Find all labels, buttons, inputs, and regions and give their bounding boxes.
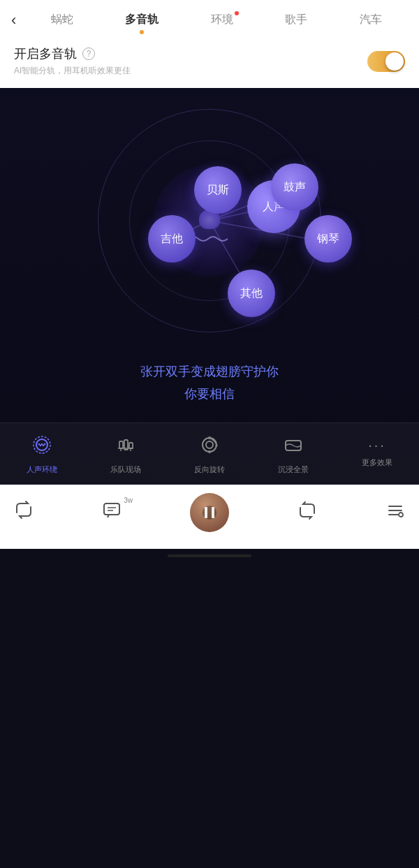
immersive-icon — [283, 434, 304, 460]
more-effects-label: 更多效果 — [362, 457, 392, 468]
svg-point-17 — [208, 450, 211, 453]
svg-rect-24 — [212, 507, 214, 518]
top-navigation: ‹ 蜗蛇 多音轨 环境 歌手 汽车 — [0, 0, 419, 36]
svg-rect-10 — [129, 443, 133, 448]
home-indicator — [168, 554, 251, 557]
effects-bar: 人声环绕 乐队现场 — [0, 422, 419, 485]
multitrack-toggle[interactable] — [367, 51, 405, 72]
nav-tab-list: 蜗蛇 多音轨 环境 歌手 汽车 — [24, 10, 408, 30]
reverse-rotate-label: 反向旋转 — [194, 464, 225, 475]
lyrics-display: 张开双手变成翅膀守护你 你要相信 — [28, 360, 391, 406]
tab-duoyingui[interactable]: 多音轨 — [119, 10, 164, 30]
vocal-surround-label: 人声环绕 — [27, 464, 57, 475]
main-content: 人声 贝斯 鼓声 吉他 钢琴 其他 张开双手变成翅膀守护你 你要相信 — [0, 88, 419, 485]
effect-more[interactable]: ··· 更多效果 — [356, 434, 398, 468]
svg-point-14 — [203, 438, 216, 452]
more-effects-icon: ··· — [368, 434, 386, 453]
comment-button[interactable]: 3w — [102, 501, 122, 524]
svg-rect-23 — [205, 507, 207, 518]
bottom-player: 3w — [0, 485, 419, 549]
band-live-label: 乐队现场 — [110, 464, 141, 475]
lyrics-section: 张开双手变成翅膀守护你 你要相信 — [0, 346, 419, 422]
band-live-icon — [115, 434, 136, 460]
tab-woshe[interactable]: 蜗蛇 — [45, 10, 79, 30]
bubble-guitar[interactable]: 吉他 — [148, 215, 196, 263]
repeat-button[interactable] — [14, 500, 34, 524]
immersive-label: 沉浸全景 — [278, 464, 309, 475]
effect-immersive[interactable]: 沉浸全景 — [272, 434, 314, 475]
svg-rect-8 — [119, 441, 123, 448]
bubble-other[interactable]: 其他 — [228, 270, 275, 317]
effect-band-live[interactable]: 乐队现场 — [105, 434, 147, 475]
reverse-rotate-icon — [199, 434, 220, 460]
comment-count-badge: 3w — [124, 496, 133, 504]
bubble-bass[interactable]: 贝斯 — [194, 166, 242, 214]
tab-qiche[interactable]: 汽车 — [354, 10, 388, 30]
visualizer-container: 人声 贝斯 鼓声 吉他 钢琴 其他 — [91, 102, 328, 339]
effect-reverse-rotate[interactable]: 反向旋转 — [189, 434, 230, 475]
toggle-row: 开启多音轨 ? AI智能分轨，用耳机听效果更佳 — [14, 45, 405, 77]
svg-rect-20 — [104, 503, 119, 515]
svg-point-28 — [399, 513, 403, 517]
vocal-surround-icon — [31, 434, 52, 460]
playlist-button[interactable] — [385, 501, 405, 524]
album-art[interactable] — [190, 493, 229, 532]
toggle-subtitle: AI智能分轨，用耳机听效果更佳 — [14, 65, 131, 77]
svg-point-6 — [36, 439, 47, 450]
tab-huanjing[interactable]: 环境 — [205, 10, 239, 30]
info-icon[interactable]: ? — [82, 47, 95, 60]
toggle-title-group: 开启多音轨 ? AI智能分轨，用耳机听效果更佳 — [14, 45, 131, 77]
effect-vocal-surround[interactable]: 人声环绕 — [21, 434, 63, 475]
red-dot-badge — [235, 11, 239, 15]
svg-point-15 — [206, 441, 213, 448]
bubble-drums[interactable]: 鼓声 — [271, 163, 318, 211]
tab-geshou[interactable]: 歌手 — [279, 10, 313, 30]
back-button[interactable]: ‹ — [11, 11, 16, 29]
toggle-section: 开启多音轨 ? AI智能分轨，用耳机听效果更佳 — [0, 36, 419, 88]
bubble-piano[interactable]: 钢琴 — [304, 215, 352, 263]
forward-button[interactable] — [297, 501, 317, 524]
toggle-label: 开启多音轨 ? — [14, 45, 131, 62]
